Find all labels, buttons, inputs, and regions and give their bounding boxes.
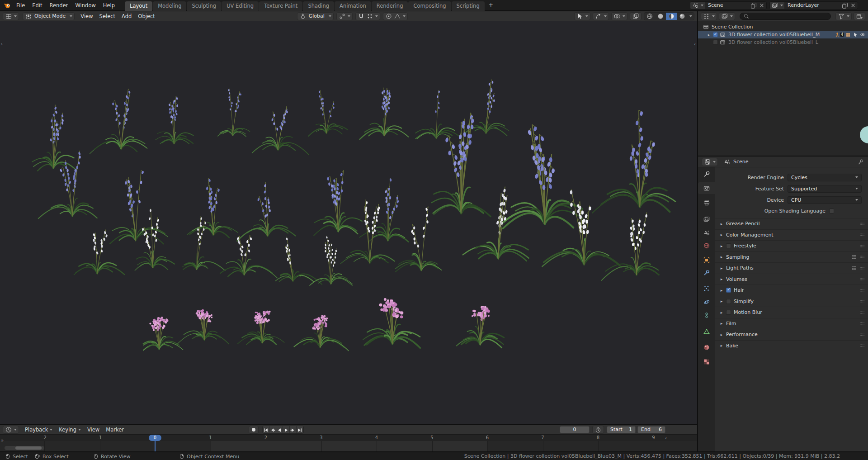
properties-tab-tool[interactable] <box>701 168 712 180</box>
transport-back-button[interactable] <box>276 426 283 434</box>
shading-rendered-button[interactable] <box>677 13 688 20</box>
section-film[interactable]: ▸Film <box>715 318 868 329</box>
scene-selector[interactable]: Scene <box>690 1 767 9</box>
plant-object[interactable] <box>135 209 175 270</box>
pivot-dropdown[interactable] <box>336 12 353 20</box>
drag-dots-icon[interactable] <box>859 287 865 294</box>
transport-prevkey-button[interactable] <box>269 426 276 434</box>
timeline-collapse-arrow[interactable]: ‹ <box>665 436 667 441</box>
plant-object[interactable] <box>220 235 277 278</box>
transport-nextkey-button[interactable] <box>290 426 297 434</box>
workspace-tab-shading[interactable]: Shading <box>303 1 334 11</box>
scene-selector-browse[interactable] <box>690 2 705 9</box>
outliner-row[interactable]: 3D flower collection vol05Bluebell_L <box>698 38 868 46</box>
gizmos-dropdown[interactable] <box>593 12 609 20</box>
osl-checkbox[interactable] <box>829 209 834 213</box>
timeline-menu-keying[interactable]: Keying <box>56 425 84 435</box>
plant-object[interactable] <box>38 151 97 218</box>
section-color-management[interactable]: ▸Color Management <box>715 229 868 240</box>
plant-object[interactable] <box>183 216 225 270</box>
section-checkbox[interactable] <box>726 310 731 315</box>
topbar-menu-render[interactable]: Render <box>46 0 72 11</box>
drag-dots-icon[interactable] <box>859 254 865 260</box>
shading-solid-button[interactable] <box>655 13 666 20</box>
mode-dropdown[interactable]: Object Mode <box>23 12 75 20</box>
timeline-tracks[interactable] <box>0 441 697 451</box>
object-visibility-dropdown[interactable] <box>574 12 590 20</box>
selectable-cursor-icon[interactable] <box>852 32 859 38</box>
timeline-scrollbar-handle[interactable] <box>15 446 42 450</box>
outliner-filter-button[interactable] <box>835 12 852 20</box>
property-dropdown-render-engine[interactable]: Cycles <box>788 174 862 181</box>
plant-object[interactable] <box>143 317 183 350</box>
close-icon[interactable] <box>758 2 765 9</box>
view-layer-browse[interactable] <box>770 2 784 9</box>
section-checkbox[interactable] <box>726 243 731 248</box>
section-volumes[interactable]: ▸Volumes <box>715 274 868 285</box>
workspace-tab-compositing[interactable]: Compositing <box>408 1 451 11</box>
plant-object[interactable] <box>155 96 193 144</box>
plant-object[interactable] <box>463 80 509 136</box>
current-frame-field[interactable]: 0 <box>560 426 590 433</box>
properties-tab-view-layer[interactable] <box>701 213 712 225</box>
shading-wireframe-button[interactable] <box>644 13 655 20</box>
frame-end-field[interactable]: End6 <box>637 426 665 433</box>
section-checkbox[interactable] <box>726 288 731 293</box>
plant-object[interactable] <box>314 170 362 235</box>
outliner-row[interactable]: Scene Collection <box>698 23 868 31</box>
plant-object[interactable] <box>276 237 322 284</box>
outliner-row[interactable]: ▸3D flower collection vol05Bluebell_M4 <box>698 31 868 38</box>
drag-dots-icon[interactable] <box>859 320 865 327</box>
timeline-menu-playback[interactable]: Playback <box>22 425 56 435</box>
plant-object[interactable] <box>363 298 420 348</box>
expander-icon[interactable]: ▸ <box>719 310 724 315</box>
plant-object[interactable] <box>237 182 295 241</box>
visibility-eye-icon[interactable] <box>859 31 866 38</box>
properties-tab-world[interactable] <box>701 240 712 251</box>
plant-object[interactable] <box>177 309 229 345</box>
workspace-tab-animation[interactable]: Animation <box>335 1 371 11</box>
plant-object[interactable] <box>238 311 284 345</box>
properties-tab-render[interactable] <box>698 182 715 194</box>
toolbar-expand-arrow[interactable]: › <box>1 42 3 47</box>
plant-object[interactable] <box>252 106 309 155</box>
drag-dots-icon[interactable] <box>859 342 865 349</box>
workspace-tab-modeling[interactable]: Modeling <box>153 1 186 11</box>
plant-object[interactable] <box>110 170 168 244</box>
topbar-menu-file[interactable]: File <box>13 0 28 11</box>
properties-tab-object[interactable] <box>701 254 712 266</box>
plant-object[interactable] <box>294 315 348 351</box>
timeline-ruler[interactable]: -2-101234567890 <box>0 435 697 441</box>
record-button[interactable] <box>249 426 259 434</box>
section-sampling[interactable]: ▸Sampling <box>715 251 868 262</box>
shading-material-button[interactable] <box>666 13 677 20</box>
plant-object[interactable] <box>542 190 621 267</box>
view-layer-name[interactable]: RenderLayer <box>784 2 841 8</box>
plant-object[interactable] <box>74 230 124 275</box>
plant-object[interactable] <box>360 88 409 139</box>
orientation-dropdown[interactable]: Global <box>297 12 334 20</box>
xray-toggle[interactable] <box>630 12 642 20</box>
section-light-paths[interactable]: ▸Light Paths <box>715 262 868 273</box>
outliner-display-mode[interactable] <box>701 12 717 20</box>
section-freestyle[interactable]: ▸Freestyle <box>715 240 868 251</box>
properties-editor-type[interactable] <box>702 158 718 166</box>
plant-object[interactable] <box>187 178 237 237</box>
workspace-tab-texture-paint[interactable]: Texture Paint <box>259 1 302 11</box>
preset-list-icon[interactable] <box>851 265 857 271</box>
pin-icon[interactable] <box>857 158 864 166</box>
expander-icon[interactable]: ▸ <box>719 277 724 281</box>
timeline-editor-type[interactable] <box>3 426 19 434</box>
expander-icon[interactable]: ▸ <box>719 288 724 293</box>
property-dropdown-device[interactable]: CPU <box>788 196 862 204</box>
section-simplify[interactable]: ▸Simplify <box>715 296 868 307</box>
expander-icon[interactable]: ▸ <box>719 343 724 348</box>
properties-tab-particles[interactable] <box>701 283 712 294</box>
editor-type-button[interactable] <box>3 12 19 20</box>
viewport-menu-view[interactable]: View <box>77 11 96 21</box>
workspace-tab-sculpting[interactable]: Sculpting <box>187 1 221 11</box>
overlays-dropdown[interactable] <box>611 12 627 20</box>
viewport-menu-add[interactable]: Add <box>118 11 135 21</box>
plant-object[interactable] <box>32 105 75 171</box>
drag-dots-icon[interactable] <box>859 309 865 316</box>
